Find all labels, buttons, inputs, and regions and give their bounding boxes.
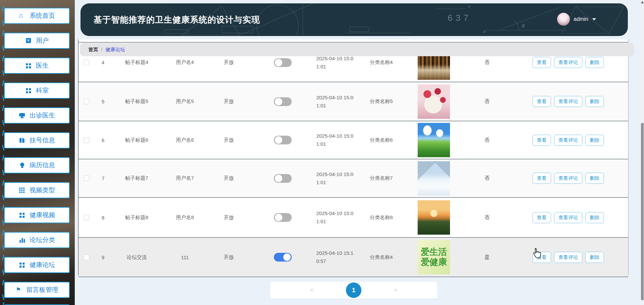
- delete-button[interactable]: 删除: [585, 252, 604, 263]
- open-toggle[interactable]: [274, 97, 292, 106]
- cell-username: 用户名4: [161, 59, 208, 66]
- cell-status: 开放: [208, 254, 249, 261]
- cell-id: 5: [94, 99, 112, 104]
- sidebar-item-7[interactable]: 病历信息: [4, 157, 70, 173]
- delete-button[interactable]: 删除: [585, 135, 604, 146]
- sidebar-item-4[interactable]: 科室: [4, 82, 70, 99]
- sidebar-item-11[interactable]: 健康论坛: [4, 257, 70, 273]
- toggle-knob: [275, 98, 282, 105]
- next-page-button[interactable]: >: [394, 287, 397, 294]
- toggle-knob: [275, 214, 282, 221]
- cell-datetime: 2025-04-10 15:01:01: [316, 170, 361, 187]
- sidebar-item-8[interactable]: 视频类型: [4, 182, 70, 198]
- cell-category: 分类名称7: [361, 175, 402, 181]
- pagination: < 1 >: [270, 282, 437, 299]
- page-1-button[interactable]: 1: [346, 282, 361, 298]
- view-comments-button[interactable]: 查看评论: [554, 212, 582, 223]
- sidebar-item-10[interactable]: 论坛分类: [4, 232, 70, 248]
- view-button[interactable]: 查看: [533, 212, 551, 223]
- sidebar-item-2[interactable]: ×用户: [4, 33, 70, 49]
- breadcrumb-home[interactable]: 首页: [88, 46, 98, 53]
- view-comments-button[interactable]: 查看评论: [554, 173, 582, 184]
- cell-category: 分类名称6: [361, 137, 402, 143]
- grid9-icon: [19, 187, 26, 193]
- view-button[interactable]: 查看: [533, 57, 551, 68]
- breadcrumb-separator: /: [101, 47, 102, 52]
- sunset-field-photo: [418, 200, 450, 235]
- view-button[interactable]: 查看: [533, 173, 551, 184]
- open-toggle[interactable]: [274, 174, 292, 183]
- delete-button[interactable]: 删除: [585, 57, 604, 68]
- sidebar-item-label: 视频类型: [30, 186, 55, 195]
- toggle-knob: [275, 59, 282, 66]
- avatar[interactable]: [557, 13, 570, 26]
- chart-icon: [19, 237, 26, 243]
- user-menu[interactable]: admin: [557, 13, 596, 26]
- cell-category: 分类名称4: [361, 254, 402, 261]
- delete-button[interactable]: 删除: [585, 173, 604, 184]
- view-comments-button[interactable]: 查看评论: [554, 57, 582, 68]
- row-checkbox[interactable]: [84, 137, 89, 143]
- delete-button[interactable]: 删除: [585, 212, 604, 223]
- prev-page-button[interactable]: <: [310, 287, 314, 294]
- table-row: 9 论坛交流 111 开放 2025-04-10 15:10:57 分类名称4 …: [78, 238, 628, 277]
- cell-id: 4: [94, 60, 112, 65]
- cell-id: 9: [94, 255, 112, 260]
- mouse-cursor: [532, 248, 542, 259]
- sidebar-item-6[interactable]: 挂号信息: [4, 132, 70, 148]
- cell-username: 用户名8: [161, 214, 208, 221]
- sidebar-item-label: 医生: [36, 61, 49, 70]
- open-toggle[interactable]: [274, 58, 292, 67]
- view-comments-button[interactable]: 查看评论: [554, 252, 582, 263]
- table-row: 5 帖子标题5 用户名5 开放 2025-04-10 15:01:01 分类名称…: [78, 82, 628, 121]
- open-toggle[interactable]: [274, 136, 292, 144]
- cell-id: 7: [94, 175, 112, 181]
- cell-post-title: 帖子标题6: [112, 137, 161, 143]
- cell-datetime: 2025-04-10 15:01:01: [316, 209, 361, 226]
- open-toggle[interactable]: [274, 253, 292, 262]
- row-checkbox[interactable]: [84, 215, 89, 221]
- cell-category: 分类名称5: [361, 98, 402, 105]
- sidebar-item-3[interactable]: 医生: [4, 58, 70, 74]
- sidebar-item-label: 病历信息: [30, 161, 55, 170]
- scrollbar-thumb[interactable]: [641, 123, 644, 300]
- caret-down-icon: [592, 18, 596, 21]
- row-checkbox[interactable]: [84, 60, 89, 65]
- scrollbar-track[interactable]: [641, 0, 644, 305]
- sidebar-item-1[interactable]: ⌂系统首页: [4, 8, 70, 24]
- view-comments-button[interactable]: 查看评论: [554, 96, 582, 107]
- sidebar-item-label: 系统首页: [30, 11, 55, 20]
- view-button[interactable]: 查看: [533, 135, 551, 146]
- username: admin: [574, 16, 588, 22]
- cell-recommend-flag: 否: [466, 137, 508, 143]
- cell-username: 用户名6: [161, 137, 208, 143]
- toggle-knob: [283, 253, 291, 261]
- table-row: 6 帖子标题6 用户名6 开放 2025-04-10 15:01:01 分类名称…: [78, 121, 628, 159]
- cell-datetime: 2025-04-10 15:01:01: [316, 94, 361, 110]
- cell-post-title: 论坛交流: [112, 254, 161, 261]
- view-button[interactable]: 查看: [533, 96, 551, 107]
- view-comments-button[interactable]: 查看评论: [554, 135, 582, 146]
- bulb-icon: [19, 162, 26, 168]
- sidebar-item-label: 健康视频: [30, 211, 55, 219]
- book-icon: [19, 137, 26, 143]
- row-checkbox[interactable]: [84, 255, 89, 260]
- breadcrumb: 首页 / 健康论坛: [80, 43, 634, 56]
- berry-dessert-photo: [418, 84, 450, 119]
- row-checkbox[interactable]: [84, 99, 89, 104]
- row-checkbox[interactable]: [84, 175, 89, 181]
- sidebar-item-label: 论坛分类: [30, 236, 55, 244]
- sidebar-item-5[interactable]: 出诊医生: [4, 107, 70, 124]
- cell-recommend-flag: 否: [466, 98, 508, 105]
- sidebar-item-label: 健康论坛: [30, 261, 55, 269]
- sidebar-item-12[interactable]: ⚑留言板管理: [4, 282, 70, 298]
- cell-username: 用户名5: [161, 98, 208, 105]
- scrollbar-up-arrow[interactable]: [641, 1, 644, 3]
- delete-button[interactable]: 删除: [585, 96, 604, 107]
- green-meadow-photo: [418, 123, 450, 157]
- snow-mountain-photo: [418, 161, 450, 196]
- cell-status: 开放: [208, 137, 249, 143]
- open-toggle[interactable]: [274, 213, 292, 222]
- breadcrumb-current-link[interactable]: 健康论坛: [105, 46, 125, 53]
- sidebar-item-9[interactable]: 健康视频: [4, 207, 70, 223]
